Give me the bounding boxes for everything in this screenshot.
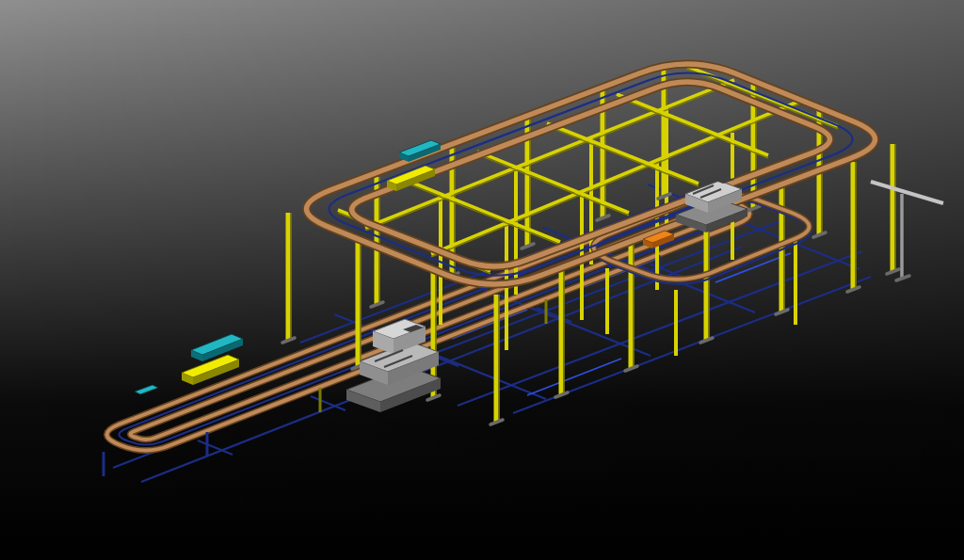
cad-viewport[interactable] — [0, 0, 964, 560]
service-rail — [871, 182, 943, 203]
base-plate — [522, 244, 534, 248]
base-plate — [371, 302, 383, 307]
base-plate — [658, 194, 670, 199]
base-plate — [597, 216, 609, 220]
base-plate — [813, 232, 826, 237]
base-plate — [887, 269, 899, 274]
east-service-rail — [871, 182, 943, 280]
base-plate — [896, 276, 909, 280]
teal-panel-small — [135, 385, 158, 394]
base-plate — [700, 338, 713, 343]
base-plate — [555, 392, 568, 397]
base-plate — [847, 287, 860, 292]
base-plate — [490, 420, 503, 424]
cad-canvas[interactable] — [0, 0, 964, 560]
base-plate — [747, 206, 760, 211]
base-plate — [427, 395, 440, 400]
base-plate — [776, 310, 788, 314]
base-plate — [625, 366, 637, 371]
base-plate — [282, 338, 295, 343]
